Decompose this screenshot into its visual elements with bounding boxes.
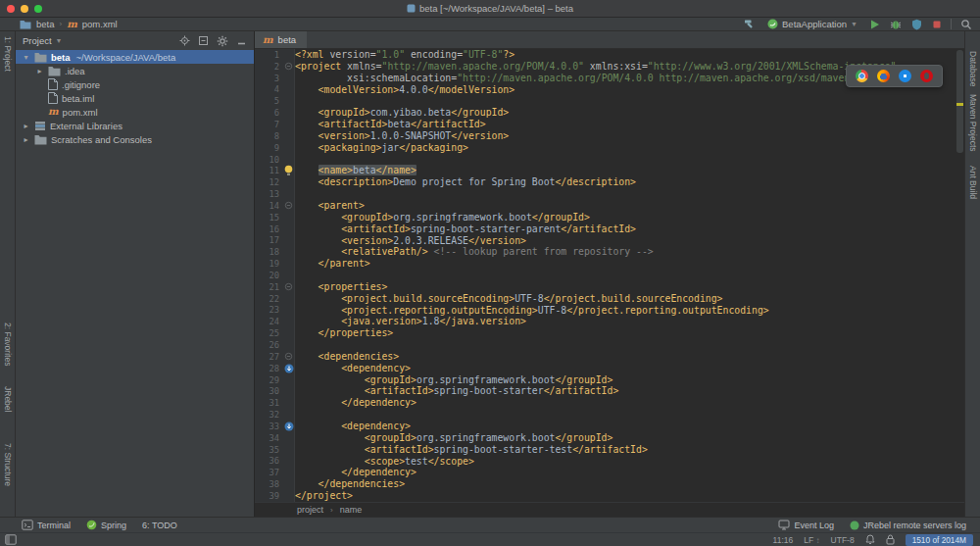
opera-icon[interactable]: [920, 70, 933, 82]
bulb-icon[interactable]: [283, 165, 294, 176]
code-line-19[interactable]: 19 </parent>: [255, 258, 956, 270]
code-line-23[interactable]: 23 <project.reporting.outputEncoding>UTF…: [255, 305, 956, 317]
code-line-5[interactable]: 5: [255, 95, 956, 107]
code-line-22[interactable]: 22 <project.build.sourceEncoding>UTF-8</…: [255, 293, 956, 305]
target-icon[interactable]: [179, 35, 190, 46]
tree-item-beta[interactable]: ▾beta~/Workspace/JAVA/beta: [16, 50, 254, 64]
toolwindow-button-jrebel-remote-servers-log[interactable]: JRebel remote servers log: [850, 520, 966, 530]
toolwindow-button-ant-build[interactable]: Ant Build: [968, 166, 978, 199]
breadcrumb-project[interactable]: project: [297, 505, 323, 515]
stop-icon[interactable]: [932, 20, 942, 29]
debug-icon[interactable]: [890, 19, 902, 30]
code-line-29[interactable]: 29 <groupId>org.springframework.boot</gr…: [255, 374, 956, 386]
code-line-26[interactable]: 26: [255, 339, 956, 351]
tree-item-gitignore[interactable]: .gitignore: [16, 77, 254, 91]
tree-item-idea[interactable]: ▸.idea: [16, 64, 254, 77]
search-everywhere-icon[interactable]: [960, 19, 972, 30]
toolwindow-switcher-icon[interactable]: [5, 534, 17, 545]
code-line-28[interactable]: 28 <dependency>: [255, 363, 956, 374]
chrome-icon[interactable]: [856, 70, 868, 82]
dep-icon[interactable]: [284, 422, 294, 431]
tree-item-scratches-and-consoles[interactable]: ▸Scratches and Consoles: [16, 132, 254, 146]
code-line-7[interactable]: 7 <artifactId>beta</artifactId>: [255, 119, 956, 130]
close-button[interactable]: [7, 5, 15, 13]
expand-arrow-icon[interactable]: ▸: [35, 67, 44, 75]
code-line-11[interactable]: 11 <name>beta</name>: [255, 165, 956, 176]
tree-item-external-libraries[interactable]: ▸External Libraries: [16, 119, 254, 132]
code-line-32[interactable]: 32: [255, 409, 956, 421]
code-line-34[interactable]: 34 <groupId>org.springframework.boot</gr…: [255, 432, 956, 444]
warning-stripe-mark[interactable]: [956, 103, 963, 106]
code-line-9[interactable]: 9 <packaging>jar</packaging>: [255, 142, 956, 154]
firefox-icon[interactable]: [877, 70, 890, 82]
expand-arrow-icon[interactable]: ▸: [22, 135, 30, 144]
toolwindow-button-6-todo[interactable]: 6: TODO: [142, 520, 177, 530]
code-line-36[interactable]: 36 <scope>test</scope>: [255, 456, 956, 468]
code-line-6[interactable]: 6 <groupId>com.yibao.beta</groupId>: [255, 107, 956, 119]
code-editor[interactable]: 1<?xml version="1.0" encoding="UTF-8"?>2…: [255, 49, 956, 502]
zoom-button[interactable]: [34, 5, 42, 13]
line-number: 31: [255, 398, 282, 408]
code-line-8[interactable]: 8 <version>1.0.0-SNAPSHOT</version>: [255, 130, 956, 142]
code-line-33[interactable]: 33 <dependency>: [255, 421, 956, 432]
gear-icon[interactable]: [217, 35, 228, 47]
toolwindow-button-maven-projects[interactable]: Maven Projects: [968, 94, 978, 152]
code-line-12[interactable]: 12 <description>Demo project for Spring …: [255, 176, 956, 188]
run-configuration-selector[interactable]: BetaApplication ▼: [764, 19, 860, 29]
coverage-icon[interactable]: [911, 19, 922, 30]
toolwindow-button-7-structure[interactable]: 7: Structure: [3, 443, 13, 486]
collapse-icon[interactable]: [198, 35, 209, 46]
notification-bell-icon[interactable]: [865, 534, 875, 545]
code-line-17[interactable]: 17 <version>2.0.3.RELEASE</version>: [255, 235, 956, 247]
code-line-16[interactable]: 16 <artifactId>spring-boot-starter-paren…: [255, 223, 956, 235]
code-line-27[interactable]: 27 <dependencies>: [255, 351, 956, 363]
code-line-39[interactable]: 39</project>: [255, 490, 956, 502]
toolwindow-button-jrebel[interactable]: JRebel: [3, 386, 13, 412]
breadcrumb-name[interactable]: name: [340, 505, 363, 515]
code-line-15[interactable]: 15 <groupId>org.springframework.boot</gr…: [255, 212, 956, 223]
code-line-18[interactable]: 18 <relativePath/> <!-- lookup parent fr…: [255, 246, 956, 258]
code-line-24[interactable]: 24 <java.version>1.8</java.version>: [255, 316, 956, 327]
code-line-14[interactable]: 14 <parent>: [255, 200, 956, 212]
editor-scrollbar[interactable]: [956, 48, 964, 502]
code-line-30[interactable]: 30 <artifactId>spring-boot-starter</arti…: [255, 385, 956, 397]
code-line-1[interactable]: 1<?xml version="1.0" encoding="UTF-8"?>: [255, 49, 956, 61]
tree-item-beta-iml[interactable]: beta.iml: [16, 91, 254, 105]
caret-position[interactable]: 11:16: [773, 535, 794, 545]
toolwindow-button-2-favorites[interactable]: 2: Favorites: [3, 323, 13, 366]
project-panel-title[interactable]: Project: [23, 35, 52, 46]
toolwindow-button-database[interactable]: Database: [968, 51, 978, 86]
lock-icon[interactable]: [886, 534, 895, 545]
minimize-button[interactable]: [21, 5, 28, 13]
safari-icon[interactable]: [899, 70, 911, 82]
toolwindow-button-1-project[interactable]: 1: Project: [3, 36, 13, 72]
code-text: <java.version>1.8</java.version>: [295, 316, 526, 327]
code-line-31[interactable]: 31 </dependency>: [255, 397, 956, 409]
code-line-13[interactable]: 13: [255, 188, 956, 200]
toolwindow-button-spring[interactable]: Spring: [86, 520, 126, 530]
code-line-20[interactable]: 20: [255, 270, 956, 281]
code-line-38[interactable]: 38 </dependencies>: [255, 478, 956, 490]
toolwindow-button-terminal[interactable]: Terminal: [22, 520, 71, 530]
expand-arrow-icon[interactable]: ▸: [22, 122, 30, 130]
scrollbar-thumb[interactable]: [956, 50, 963, 153]
expand-arrow-icon[interactable]: ▾: [22, 53, 30, 62]
code-line-10[interactable]: 10: [255, 154, 956, 166]
run-icon[interactable]: [869, 19, 880, 30]
memory-indicator[interactable]: 1510 of 2014M: [906, 534, 973, 546]
tree-item-pom-xml[interactable]: mpom.xml: [16, 105, 254, 119]
nav-project[interactable]: beta: [36, 19, 55, 29]
build-hammer-icon[interactable]: [743, 18, 756, 30]
nav-file[interactable]: pom.xml: [82, 19, 118, 29]
chevron-down-icon[interactable]: ▼: [56, 37, 63, 44]
hide-icon[interactable]: [236, 35, 247, 46]
encoding-indicator[interactable]: UTF-8: [831, 535, 855, 545]
code-line-37[interactable]: 37 </dependency>: [255, 467, 956, 478]
line-ending-indicator[interactable]: LF ↕: [804, 535, 819, 545]
editor-tab-pom[interactable]: m beta: [255, 31, 307, 48]
dep-icon[interactable]: [284, 364, 294, 373]
toolwindow-button-event-log[interactable]: Event Log: [778, 520, 834, 530]
code-line-25[interactable]: 25 </properties>: [255, 327, 956, 339]
code-line-35[interactable]: 35 <artifactId>spring-boot-starter-test<…: [255, 444, 956, 456]
code-line-21[interactable]: 21 <properties>: [255, 281, 956, 293]
